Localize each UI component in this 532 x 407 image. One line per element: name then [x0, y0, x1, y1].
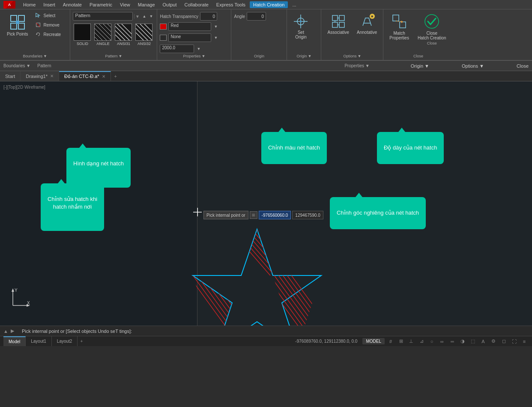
scale-dropdown-icon[interactable]: ▼: [196, 47, 201, 51]
pattern-ansi32[interactable]: ANSI32: [134, 23, 153, 47]
boundaries-items: Pick Points Select: [3, 11, 67, 60]
angle-input[interactable]: [247, 12, 266, 21]
solid-label: SOLID: [77, 42, 88, 46]
origin-label-row[interactable]: Origin ▼: [287, 54, 321, 58]
set-origin-button[interactable]: Set Origin: [290, 11, 312, 42]
match-properties-button[interactable]: Match Properties: [386, 11, 412, 43]
coord-input-area: Pick internal point or ⊞ -976560060.0 12…: [203, 211, 323, 219]
pattern-scroll-down[interactable]: ▼: [148, 14, 154, 18]
pattern-solid[interactable]: SOLID: [73, 23, 92, 47]
svg-rect-0: [11, 15, 17, 21]
remove-button[interactable]: Remove: [33, 21, 67, 29]
selection-icon[interactable]: ⬚: [469, 337, 477, 346]
snap-icon[interactable]: ⊞: [397, 337, 405, 346]
menu-more[interactable]: ...: [289, 1, 299, 8]
select-button[interactable]: Select: [33, 11, 67, 20]
options-label-row[interactable]: Options ▼: [321, 54, 383, 58]
polar-icon[interactable]: ⊿: [417, 337, 426, 346]
menu-annotate[interactable]: Annotate: [60, 1, 85, 8]
tab-drawing1-close[interactable]: ✕: [50, 74, 54, 78]
lineweight-icon[interactable]: ═: [448, 337, 457, 346]
coord-y-value[interactable]: 129467590.0: [292, 211, 323, 219]
pick-points-button[interactable]: Pick Points: [3, 11, 32, 39]
status-coordinates: -976089760.0, 129112380.0, 0.0: [295, 339, 362, 344]
pattern-dropdown[interactable]: Pattern: [73, 12, 133, 21]
tab-start[interactable]: Start: [0, 71, 21, 81]
menu-home[interactable]: Home: [20, 1, 39, 8]
tab-project-close[interactable]: ✕: [102, 74, 105, 79]
svg-rect-1: [18, 15, 24, 21]
osnap-icon[interactable]: ○: [427, 337, 436, 346]
pattern-expand-arrow[interactable]: ▼: [134, 14, 140, 19]
menu-hatch-creation[interactable]: Hatch Creation: [250, 1, 288, 8]
workspace-icon[interactable]: ⚙: [489, 337, 498, 346]
pattern-swatches: SOLID: [73, 23, 154, 54]
annotative-button[interactable]: ★ Annotative: [353, 11, 380, 37]
color-dropdown-arrow[interactable]: ▼: [213, 24, 218, 29]
annotation-icon[interactable]: A: [479, 337, 487, 346]
recreate-button[interactable]: Recreate: [33, 30, 67, 39]
transparency-icon[interactable]: ◑: [458, 337, 467, 346]
model-badge[interactable]: MODEL: [362, 338, 385, 344]
isolate-icon[interactable]: ◻: [499, 337, 508, 346]
coord-icon-btn[interactable]: ⊞: [250, 211, 257, 219]
ortho-icon[interactable]: ⊥: [407, 337, 415, 346]
tab-layout2[interactable]: Layout2: [52, 336, 78, 346]
hatch-transparency-input[interactable]: [200, 12, 217, 21]
close-sub-label: Close: [427, 41, 437, 45]
tab-add-button[interactable]: +: [111, 71, 120, 81]
menu-view[interactable]: View: [117, 1, 134, 8]
coord-prompt-label: Pick internal point or: [203, 211, 248, 219]
ribbon-group-set-origin: Set Origin Origin ▼: [287, 9, 321, 60]
menu-parametric[interactable]: Parametric: [86, 1, 116, 8]
add-layout-button[interactable]: +: [78, 339, 85, 344]
pattern-ansi31[interactable]: ANSI31: [114, 23, 133, 47]
svg-rect-37: [393, 15, 399, 21]
tab-project-label: Đồ-án CTC-Đ.a*: [64, 74, 99, 79]
menu-bar: A Home Insert Annotate Parametric View M…: [0, 0, 532, 9]
ribbon-group-angle: Angle Origin: [231, 9, 287, 60]
background-dropdown[interactable]: None: [168, 33, 211, 42]
tab-layout1[interactable]: Layout1: [26, 336, 52, 346]
color-dropdown[interactable]: Red: [168, 22, 211, 31]
ansi32-label: ANSI32: [137, 42, 151, 46]
svg-rect-30: [339, 15, 344, 21]
ribbon-group-pattern: Pattern ▼ ▲ ▼ SOLID: [70, 9, 157, 60]
menu-insert[interactable]: Insert: [40, 1, 59, 8]
coord-x-value[interactable]: -976560060.0: [259, 211, 291, 219]
canvas-area[interactable]: [-][Top][2D Wireframe] Pick internal poi…: [0, 81, 532, 326]
angle-items: Angle: [234, 11, 284, 60]
match-properties-icon: [392, 14, 407, 30]
view-label: [-][Top][2D Wireframe]: [3, 85, 45, 90]
svg-text:Y: Y: [15, 288, 18, 293]
properties-label-row[interactable]: Properties ▼: [157, 54, 231, 58]
background-dropdown-arrow[interactable]: ▼: [213, 36, 218, 40]
svg-point-28: [300, 21, 302, 22]
scale-dropdown[interactable]: 2000.0: [160, 45, 194, 53]
menu-express-tools[interactable]: Express Tools: [213, 1, 249, 8]
pattern-items: Pattern ▼ ▲ ▼ SOLID: [73, 11, 154, 67]
cmd-prev-arrow[interactable]: ▲: [3, 329, 8, 334]
menu-collaborate[interactable]: Collaborate: [181, 1, 212, 8]
tab-model[interactable]: Model: [3, 336, 26, 346]
tab-project[interactable]: Đồ-án CTC-Đ.a* ✕: [59, 71, 111, 81]
grid-icon[interactable]: #: [386, 337, 395, 346]
cmd-input-arrow: ▶: [11, 328, 14, 334]
tracking-icon[interactable]: ∞: [438, 337, 446, 346]
customize-icon[interactable]: ≡: [520, 337, 529, 346]
star-drawing: [188, 221, 326, 326]
pattern-angle[interactable]: ANGLE: [93, 23, 112, 47]
pattern-scroll-up[interactable]: ▲: [141, 14, 147, 18]
menu-manage[interactable]: Manage: [134, 1, 158, 8]
pattern-label-row[interactable]: Pattern ▼: [70, 54, 157, 58]
menu-output[interactable]: Output: [159, 1, 180, 8]
fullscreen-icon[interactable]: ⛶: [510, 337, 518, 346]
close-hatch-creation-button[interactable]: Close Hatch Creation Close: [413, 11, 451, 48]
svg-line-63: [253, 263, 321, 326]
tooltip-chinh-mau: Chỉnh màu nét hatch: [261, 132, 327, 164]
annotative-label: Annotative: [357, 30, 377, 35]
associative-button[interactable]: Associative: [324, 11, 353, 37]
boundaries-label-row[interactable]: Boundaries ▼: [0, 54, 70, 58]
status-bar: Model Layout1 Layout2 + -976089760.0, 12…: [0, 336, 532, 346]
tab-drawing1[interactable]: Drawing1* ✕: [21, 71, 59, 81]
